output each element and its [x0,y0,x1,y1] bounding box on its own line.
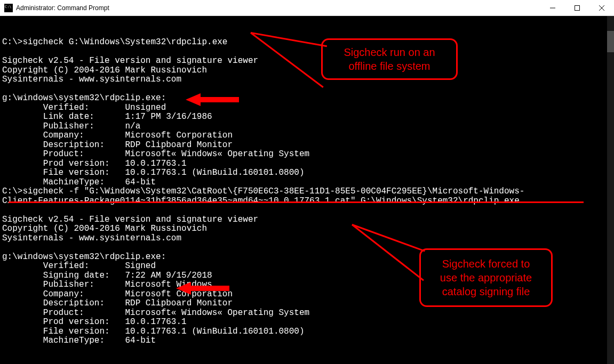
file2-description: Description: RDP Clipboard Monitor [2,298,233,308]
file2-prodversion: Prod version: 10.0.17763.1 [2,317,187,327]
blank-line [2,28,7,38]
file2-fileversion: File version: 10.0.17763.1 (WinBuild.160… [2,327,305,336]
file2-verified: Verified: Signed [2,261,156,271]
banner-line-2b: Copyright (C) 2004-2016 Mark Russinovich [2,224,207,233]
file1-path: g:\windows\system32\rdpclip.exe: [2,93,166,103]
console-area: C:\>sigcheck G:\Windows\System32\rdpclip… [0,16,614,364]
banner-line-1: Sigcheck v2.54 - File version and signat… [2,56,258,66]
file2-machinetype: MachineType: 64-bit [2,336,156,345]
annotation-callout-2: Sigcheck forced to use the appropriate c… [419,248,553,307]
svg-marker-4 [186,93,239,106]
banner-line-3b: Sysinternals - www.sysinternals.com [2,233,181,243]
file2-product: Product: Microsoft« Windows« Operating S… [2,308,309,318]
maximize-button[interactable] [565,0,589,16]
banner-line-1b: Sigcheck v2.54 - File version and signat… [2,215,258,224]
prompt: C:\> [2,187,22,196]
window-titlebar: Administrator: Command Prompt [0,0,614,16]
annotation-arrow-signed [176,281,229,296]
window-controls [540,0,614,15]
scrollbar-thumb[interactable] [607,31,614,52]
file1-linkdate: Link date: 1:17 PM 3/16/1986 [2,112,212,122]
file1-verified: Verified: Unsigned [2,103,166,112]
file1-description: Description: RDP Clipboard Monitor [2,140,233,150]
banner-line-2: Copyright (C) 2004-2016 Mark Russinovich [2,66,207,75]
banner-line-3: Sysinternals - www.sysinternals.com [2,75,181,84]
terminal-output[interactable]: C:\>sigcheck G:\Windows\System32\rdpclip… [0,16,607,364]
file1-machinetype: MachineType: 64-bit [2,177,156,187]
file2-path: g:\windows\system32\rdpclip.exe: [2,252,166,262]
minimize-button[interactable] [540,0,565,16]
svg-rect-1 [575,6,580,11]
file2-signingdate: Signing date: 7:22 AM 9/15/2018 [2,271,212,280]
file1-product: Product: Microsoft« Windows« Operating S… [2,149,309,159]
file1-fileversion: File version: 10.0.17763.1 (WinBuild.160… [2,168,305,177]
window-title: Administrator: Command Prompt [16,4,540,12]
prompt: C:\> [2,37,22,47]
command-2a: sigcheck -f "G:\Windows\System32\CatRoot… [22,187,524,196]
annotation-callout-1: Sigcheck run on an offline file system [321,38,458,80]
command-1: sigcheck G:\Windows\System32\rdpclip.exe [22,37,227,47]
vertical-scrollbar[interactable] [607,16,614,364]
svg-marker-5 [176,282,229,295]
annotation-divider [9,201,584,203]
cmd-icon [4,4,13,12]
file1-prodversion: Prod version: 10.0.17763.1 [2,159,187,168]
close-button[interactable] [589,0,614,16]
command-2b: Client-Features-Package0114~31bf3856ad36… [2,196,520,206]
file1-company: Company: Microsoft Corporation [2,131,233,140]
file1-publisher: Publisher: n/a [2,122,140,131]
annotation-arrow-unsigned [186,92,239,107]
